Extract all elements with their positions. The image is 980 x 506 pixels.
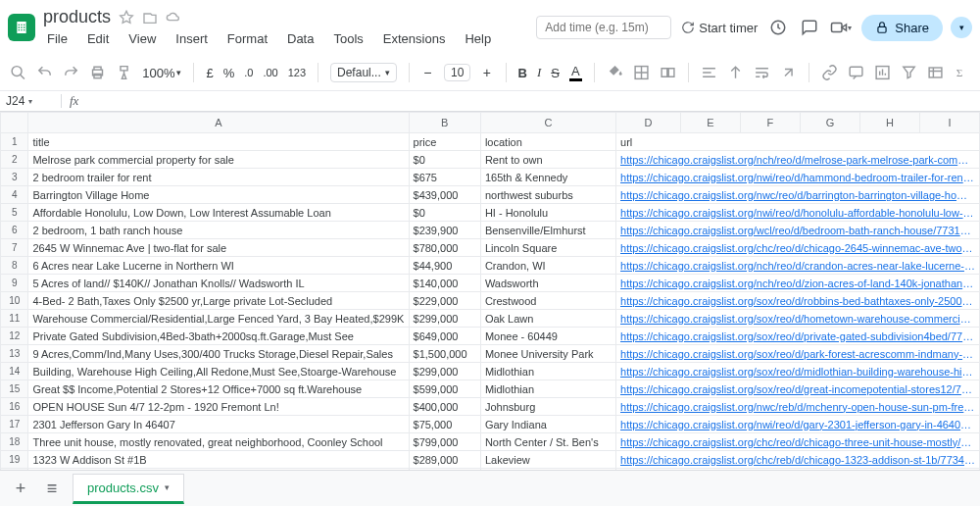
cell[interactable]: Warehouse Commercial/Residential,Large F…: [28, 310, 409, 328]
cell[interactable]: North Center / St. Ben's: [480, 433, 615, 451]
cell[interactable]: 4-Bed- 2 Bath,Taxes Only $2500 yr,Large …: [28, 292, 409, 310]
row-header[interactable]: 7: [1, 239, 28, 257]
cell-link[interactable]: https://chicago.craigslist.org/sox/reo/d…: [616, 363, 980, 380]
cell[interactable]: 2301 Jefferson Gary In 46407: [28, 416, 409, 433]
share-dropdown[interactable]: ▾: [951, 17, 972, 38]
table-row[interactable]: 17 2301 Jefferson Gary In 46407 $75,000 …: [1, 416, 980, 433]
table-row[interactable]: 19 1323 W Addison St #1B $289,000 Lakevi…: [1, 451, 980, 469]
name-box[interactable]: J24▾: [0, 94, 62, 108]
cell[interactable]: OPEN HOUSE Sun 4/7 12-2pm - 1920 Fremont…: [28, 398, 409, 416]
row-header[interactable]: 16: [1, 398, 28, 416]
cell[interactable]: 2 bedroom, 1 bath ranch house: [28, 222, 409, 239]
select-all-cell[interactable]: [1, 113, 28, 133]
vertical-align-icon[interactable]: [727, 64, 744, 81]
cell-link[interactable]: https://chicago.craigslist.org/chc/reo/d…: [616, 239, 980, 257]
row-header[interactable]: 13: [1, 345, 28, 363]
cell[interactable]: Barrington Village Home: [28, 186, 409, 204]
col-header-i[interactable]: I: [920, 113, 980, 133]
sheets-logo[interactable]: [8, 14, 35, 41]
cell-link[interactable]: https://chicago.craigslist.org/nwi/reo/d…: [616, 416, 980, 433]
row-header[interactable]: 9: [1, 275, 28, 292]
row-header[interactable]: 15: [1, 380, 28, 398]
cell[interactable]: 1323 W Addison St #1B: [28, 451, 409, 469]
table-row[interactable]: 6 2 bedroom, 1 bath ranch house $239,900…: [1, 222, 980, 239]
paint-format-icon[interactable]: [116, 64, 132, 81]
horizontal-align-icon[interactable]: [701, 64, 717, 81]
zoom-select[interactable]: 100%▾: [142, 66, 181, 80]
cell[interactable]: $289,000: [409, 451, 480, 469]
col-header-a[interactable]: A: [28, 113, 409, 133]
all-sheets-button[interactable]: ≡: [41, 478, 63, 499]
col-header-d[interactable]: D: [616, 113, 681, 133]
cell[interactable]: northwest suburbs: [480, 186, 615, 204]
table-row[interactable]: 4 Barrington Village Home $439,000 north…: [1, 186, 980, 204]
start-timer-button[interactable]: Start timer: [681, 21, 758, 35]
print-icon[interactable]: [89, 64, 106, 81]
cell-link[interactable]: https://chicago.craigslist.org/sox/reo/d…: [616, 380, 980, 398]
cell[interactable]: Crestwood: [480, 292, 615, 310]
cell-link[interactable]: https://chicago.craigslist.org/chc/reo/d…: [616, 433, 980, 451]
row-header[interactable]: 8: [1, 257, 28, 275]
cell[interactable]: Private Gated Subdivision,4Bed-3bath+200…: [28, 328, 409, 345]
cell-link[interactable]: https://chicago.craigslist.org/chc/reb/d…: [616, 451, 980, 469]
share-button[interactable]: Share: [861, 15, 943, 41]
cell[interactable]: Monee - 60449: [480, 328, 615, 345]
table-row[interactable]: 18 Three unit house, mostly renovated, g…: [1, 433, 980, 451]
increase-decimal-button[interactable]: .00: [263, 67, 277, 78]
insert-comment-icon[interactable]: [848, 64, 864, 81]
increase-font-button[interactable]: +: [480, 65, 493, 80]
row-header[interactable]: 14: [1, 363, 28, 380]
menu-help[interactable]: Help: [461, 29, 495, 48]
row-header[interactable]: 6: [1, 222, 28, 239]
number-format-button[interactable]: 123: [288, 67, 306, 78]
cell[interactable]: Johnsburg: [480, 398, 615, 416]
table-view-icon[interactable]: [927, 64, 944, 81]
time-input[interactable]: [536, 16, 671, 39]
col-header-f[interactable]: F: [740, 113, 800, 133]
row-header[interactable]: 12: [1, 328, 28, 345]
star-icon[interactable]: [119, 10, 134, 25]
strikethrough-button[interactable]: S: [551, 66, 560, 80]
cell-link[interactable]: https://chicago.craigslist.org/sox/reo/d…: [616, 328, 980, 345]
menu-format[interactable]: Format: [223, 29, 271, 48]
cell[interactable]: Lakeview: [480, 451, 615, 469]
cell[interactable]: HI - Honolulu: [480, 204, 615, 222]
filter-icon[interactable]: [901, 64, 917, 81]
menu-file[interactable]: File: [43, 29, 72, 48]
currency-button[interactable]: £: [206, 66, 213, 80]
text-color-button[interactable]: A: [569, 64, 582, 81]
bold-button[interactable]: B: [518, 66, 527, 80]
cell-link[interactable]: https://chicago.craigslist.org/nch/reo/d…: [616, 275, 980, 292]
cell[interactable]: Three unit house, mostly renovated, grea…: [28, 433, 409, 451]
table-row[interactable]: 2 Melrose park commercial property for s…: [1, 151, 980, 169]
cell[interactable]: 9 Acres,Comm/Ind,Many Uses,300/400 Truck…: [28, 345, 409, 363]
undo-icon[interactable]: [36, 64, 53, 81]
history-icon[interactable]: [767, 17, 789, 38]
cell[interactable]: title: [28, 133, 409, 151]
formula-input[interactable]: [86, 93, 980, 109]
cell[interactable]: $799,000: [409, 433, 480, 451]
text-rotation-icon[interactable]: [780, 64, 797, 81]
cell-link[interactable]: https://chicago.craigslist.org/nch/reo/d…: [616, 257, 980, 275]
table-row[interactable]: 3 2 bedroom trailer for rent $675 165th …: [1, 169, 980, 186]
menu-edit[interactable]: Edit: [83, 29, 113, 48]
cell-link[interactable]: https://chicago.craigslist.org/nwi/reo/d…: [616, 204, 980, 222]
font-select[interactable]: Defaul...▾: [330, 63, 397, 82]
decrease-decimal-button[interactable]: .0: [244, 67, 253, 78]
cell[interactable]: $400,000: [409, 398, 480, 416]
cell[interactable]: Gary Indiana: [480, 416, 615, 433]
cell[interactable]: $599,000: [409, 380, 480, 398]
doc-title[interactable]: products: [43, 7, 111, 27]
row-header[interactable]: 17: [1, 416, 28, 433]
menu-insert[interactable]: Insert: [172, 29, 212, 48]
sheet-tab[interactable]: products.csv▾: [73, 474, 184, 504]
cell-link[interactable]: https://chicago.craigslist.org/nch/reo/d…: [616, 151, 980, 169]
merge-cells-icon[interactable]: [660, 64, 676, 81]
cell[interactable]: Monee University Park: [480, 345, 615, 363]
col-header-e[interactable]: E: [680, 113, 740, 133]
cell[interactable]: $675: [409, 169, 480, 186]
cell[interactable]: price: [409, 133, 480, 151]
percent-button[interactable]: %: [223, 66, 235, 80]
cell[interactable]: url: [616, 133, 980, 151]
menu-extensions[interactable]: Extensions: [379, 29, 450, 48]
